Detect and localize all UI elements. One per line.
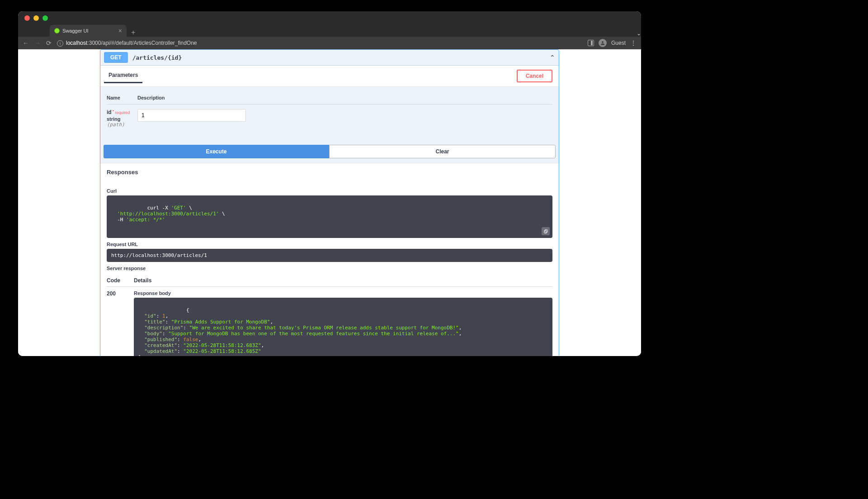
required-label: required [115, 110, 130, 115]
http-method-badge: GET [104, 52, 128, 63]
page-viewport[interactable]: GET /articles/{id} ⌃ Parameters Cancel N… [18, 49, 641, 356]
window-maximize-button[interactable] [42, 15, 48, 21]
swagger-favicon-icon [54, 28, 60, 33]
clipboard-icon [543, 229, 548, 234]
side-panel-icon[interactable] [588, 40, 594, 46]
browser-window: Swagger UI × + ⌄ ← → ⟳ ilocalhost:3000/a… [18, 11, 641, 356]
request-url-block: http://localhost:3000/articles/1 [107, 249, 552, 262]
param-name: id [107, 109, 112, 115]
execute-button[interactable]: Execute [104, 145, 329, 158]
curl-label: Curl [107, 188, 552, 194]
param-in: (path) [107, 122, 137, 128]
tab-strip: Swagger UI × + ⌄ [18, 25, 641, 37]
param-columns: Name Description [107, 91, 552, 105]
profile-avatar-icon[interactable] [599, 39, 607, 47]
request-url-label: Request URL [107, 242, 552, 247]
svg-rect-1 [545, 229, 547, 232]
curl-block: curl -X 'GET' \ 'http://localhost:3000/a… [107, 195, 552, 238]
collapse-icon[interactable]: ⌃ [550, 54, 555, 61]
operation-block: GET /articles/{id} ⌃ Parameters Cancel N… [100, 49, 559, 356]
tab-close-icon[interactable]: × [118, 27, 122, 34]
url-field[interactable]: ilocalhost:3000/api/#/default/ArticlesCo… [57, 40, 582, 47]
col-name: Name [107, 95, 137, 100]
window-minimize-button[interactable] [33, 15, 39, 21]
server-response-label: Server response [107, 266, 552, 271]
response-body-label: Response body [134, 290, 552, 296]
details-col-header: Details [134, 277, 151, 284]
param-desc-cell [137, 109, 246, 122]
param-row: id*required string (path) [107, 105, 552, 130]
response-body-text: { "id": 1, "title": "Prisma Adds Support… [138, 307, 462, 356]
svg-rect-2 [544, 230, 546, 233]
site-info-icon[interactable]: i [57, 40, 63, 47]
cancel-button[interactable]: Cancel [517, 70, 552, 82]
new-tab-button[interactable]: + [127, 29, 140, 37]
response-table-head: Code Details [107, 274, 552, 287]
required-star-icon: * [113, 109, 114, 114]
parameters-tab[interactable]: Parameters [107, 69, 140, 83]
address-bar: ← → ⟳ ilocalhost:3000/api/#/default/Arti… [18, 37, 641, 49]
forward-button[interactable]: → [34, 39, 41, 47]
tab-list-button[interactable]: ⌄ [637, 30, 641, 37]
response-table-row: 200 Response body { "id": 1, "title": "P… [107, 287, 552, 356]
operation-summary[interactable]: GET /articles/{id} ⌃ [100, 50, 559, 66]
parameters-header: Parameters Cancel [100, 66, 559, 87]
param-name-cell: id*required string (path) [107, 109, 137, 128]
window-titlebar [18, 11, 641, 25]
toolbar-right: Guest ⋮ [588, 39, 637, 47]
profile-label: Guest [611, 40, 626, 46]
browser-tab[interactable]: Swagger UI × [50, 25, 127, 37]
reload-button[interactable]: ⟳ [46, 39, 52, 47]
parameters-body: Name Description id*required string (pat… [100, 87, 559, 138]
col-description: Description [137, 95, 165, 100]
execute-row: Execute Clear [100, 138, 559, 163]
code-col-header: Code [107, 277, 134, 284]
request-url-text: http://localhost:3000/articles/1 [111, 252, 207, 258]
back-button[interactable]: ← [23, 39, 29, 47]
param-type: string [107, 116, 137, 122]
response-body-block: { "id": 1, "title": "Prisma Adds Support… [134, 298, 552, 356]
window-close-button[interactable] [24, 15, 30, 21]
copy-curl-button[interactable] [542, 227, 550, 235]
operation-path: /articles/{id} [132, 54, 182, 61]
curl-text: curl -X 'GET' \ 'http://localhost:3000/a… [111, 205, 225, 223]
tab-title: Swagger UI [62, 28, 88, 33]
svg-point-0 [602, 41, 604, 43]
param-value-input[interactable] [137, 109, 246, 122]
browser-menu-button[interactable]: ⋮ [630, 40, 637, 46]
responses-body: Curl curl -X 'GET' \ 'http://localhost:3… [100, 181, 559, 356]
status-code: 200 [107, 290, 134, 356]
responses-header: Responses [100, 163, 559, 181]
clear-button[interactable]: Clear [329, 145, 556, 158]
details-cell: Response body { "id": 1, "title": "Prism… [134, 290, 552, 356]
